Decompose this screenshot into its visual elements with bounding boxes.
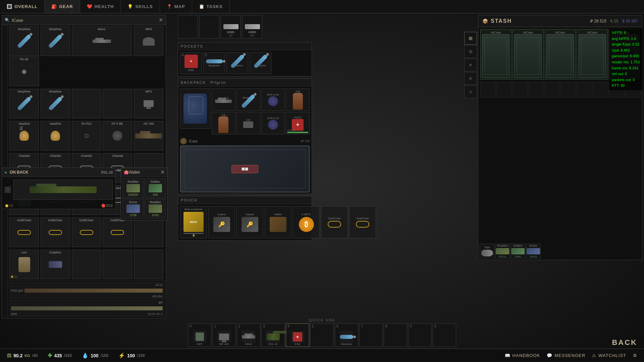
quick-slot-0[interactable]: 0 <box>433 323 456 347</box>
stash-cell-1[interactable] <box>480 82 496 98</box>
tab-map[interactable]: 📍 MAP <box>160 0 192 13</box>
stash-cell-7[interactable] <box>577 82 592 98</box>
item-empty-7[interactable] <box>103 250 132 279</box>
bp-pix42[interactable]: PIX42 + 220/220 <box>286 112 310 134</box>
wallet-dollars[interactable]: Dollars 509 <box>145 178 166 198</box>
quick-slot-5[interactable]: 5 <box>310 323 334 347</box>
pouch-keybar-1[interactable]: Keybar 🔑 <box>208 206 235 238</box>
bp-morphine[interactable]: Morphine <box>236 88 260 111</box>
m995-slot-2[interactable]: M995 60 <box>242 15 262 39</box>
item-vaseline-1[interactable]: Vaseline <box>9 121 39 150</box>
wcase-1[interactable]: WCase <box>480 29 512 79</box>
pocket-4[interactable]: 4 + IFAK <box>180 52 202 74</box>
item-vaseline-2[interactable]: Vaseline <box>41 121 70 150</box>
watchlist-button[interactable]: ⚠ WATCHLIST <box>592 353 626 358</box>
quick-slot-4[interactable]: 4 + IFAK <box>286 323 309 347</box>
quick-slot-3[interactable]: 3 DVL-10 <box>261 323 285 347</box>
item-m4a1[interactable]: M4A1 <box>72 26 132 56</box>
pocket-morphine-3[interactable]: Morphine <box>250 52 271 74</box>
quick-slot-8[interactable]: 8 <box>384 323 407 347</box>
item-goldchain-1[interactable]: GoldChain <box>9 218 39 247</box>
item-ak74n[interactable]: AK-74N <box>134 121 163 150</box>
item-mps[interactable]: MPS <box>134 89 163 118</box>
stash-cell-6[interactable] <box>561 82 576 98</box>
item-empty-5[interactable] <box>134 218 163 247</box>
bp-opsks[interactable]: OP-SKS <box>212 88 235 111</box>
item-morphine-1[interactable]: Morphine <box>9 26 39 56</box>
tab-overall[interactable]: 🔳 OVERALL <box>0 0 45 13</box>
stash-grid-view-button[interactable]: ⊞ <box>464 32 477 45</box>
stash-action-bottom[interactable]: ≡ <box>464 85 477 98</box>
handbook-button[interactable]: 📖 HANDBOOK <box>505 353 540 358</box>
icase-close-button[interactable]: ✕ <box>159 17 163 23</box>
wallet-euros[interactable]: Euros 2738 <box>122 199 144 219</box>
bp-car[interactable]: Car <box>236 112 260 134</box>
wcase-4[interactable]: WCase <box>577 29 608 79</box>
item-morphine-4[interactable]: Morphine <box>41 89 70 118</box>
stash-cell-3[interactable] <box>513 82 528 98</box>
item-empty-6[interactable] <box>72 250 101 279</box>
stash-roubles-slot[interactable]: Roubles 65515 <box>495 244 510 258</box>
pouch-wallet[interactable]: Wallet <box>265 206 291 238</box>
wallet-roubles-2[interactable]: Roubles 5783 <box>145 199 166 219</box>
wallet-roubles-1[interactable]: Roubles 200000 <box>122 178 144 198</box>
stash-euros-slot[interactable]: Euros 55443 <box>526 244 541 258</box>
settings-button[interactable]: ⚙ <box>633 353 637 358</box>
pouch-keybar-2[interactable]: Keybar 🔑 <box>236 206 263 238</box>
pouch-bitcoin[interactable]: 0.2BTC ₿ <box>293 206 320 238</box>
item-goldchain-3[interactable]: GoldChain <box>72 218 101 247</box>
stash-cell-2[interactable] <box>496 82 512 98</box>
item-mrs[interactable]: MRS <box>134 26 163 56</box>
m995-slot-1[interactable]: M995 12 <box>221 15 241 39</box>
stash-action-4[interactable]: ✕ <box>464 72 477 85</box>
stash-settings-button[interactable]: ⚙ <box>464 45 477 58</box>
quick-slot-v[interactable]: V GDT <box>188 323 211 347</box>
pouch-goldchain-1[interactable]: GoldChain <box>321 206 348 238</box>
tab-gear[interactable]: 🎒 GEAR <box>45 0 80 13</box>
stash-cell-8[interactable] <box>593 82 608 98</box>
pouch-beta-container[interactable]: Beta Container BETA 🔒 <box>180 206 207 238</box>
item-graphics[interactable]: Graphics <box>41 250 70 279</box>
wcase-3[interactable]: WCase <box>545 29 576 79</box>
item-goldchain-2[interactable]: GoldChain <box>41 218 70 247</box>
stash-tool[interactable]: Tool <box>480 244 494 258</box>
bp-exp818-1[interactable]: EXP-8-18 <box>261 88 285 111</box>
stash-dollars-slot[interactable]: Dollars 75997 <box>511 244 525 258</box>
quick-slot-7[interactable]: 7 <box>359 323 383 347</box>
stash-cell-5[interactable] <box>545 82 560 98</box>
item-empty-1[interactable] <box>72 89 101 118</box>
equip-slot-empty-1[interactable] <box>178 15 198 39</box>
item-morphine-3[interactable]: Morphine <box>9 89 39 118</box>
messenger-button[interactable]: 💬 MESSENGER <box>547 353 585 358</box>
item-55fmj[interactable]: 55 FMJ ⬡ <box>72 121 101 150</box>
icase-body[interactable]: ⬜⬜ <box>180 145 310 192</box>
tab-tasks[interactable]: 📋 TASKS <box>192 0 230 13</box>
pouch-goldchain-2[interactable]: GoldChain <box>349 206 376 238</box>
pocket-5[interactable]: 5 Morphine <box>203 52 225 74</box>
wcase-2[interactable]: WCase <box>513 29 544 79</box>
item-lion[interactable]: Lion ⭐ 02 <box>9 250 39 279</box>
quick-slot-1[interactable]: 1 MP-443 <box>212 323 236 347</box>
item-goldchain-4[interactable]: GoldChain <box>103 218 132 247</box>
quick-slot-2[interactable]: 2 M4A1 <box>237 323 260 347</box>
quick-slot-9[interactable]: 9 <box>408 323 432 347</box>
item-empty-8[interactable] <box>134 250 163 279</box>
bp-cat-1[interactable]: Cat <box>286 88 310 111</box>
equip-slot-empty-2[interactable] <box>199 15 219 39</box>
back-button[interactable]: BACK <box>612 338 637 347</box>
dvl-weapon-display[interactable] <box>13 180 113 200</box>
item-pk06[interactable]: PK-06 ◉ <box>9 57 39 86</box>
bp-cat-2[interactable]: Cat <box>212 112 235 134</box>
tab-skills[interactable]: 💡 SKILLS <box>121 0 160 13</box>
tab-health[interactable]: ❤️ HEALTH <box>80 0 121 13</box>
item-empty-2[interactable] <box>103 89 132 118</box>
item-morphine-2[interactable]: Morphine <box>41 26 70 56</box>
pocket-morphine-2[interactable]: Morphine <box>226 52 248 74</box>
quick-slot-6[interactable]: 6 Morphine <box>335 323 358 347</box>
backpack-icon[interactable] <box>180 88 210 129</box>
stash-cell-4[interactable] <box>529 82 544 98</box>
wallet-close-button[interactable]: ✕ <box>160 170 165 175</box>
stash-filter-button[interactable]: ✕ <box>464 59 477 71</box>
item-nt4[interactable]: NT-4 blk. <box>103 121 132 150</box>
bp-exp818-2[interactable]: EXP-8-18 <box>261 112 285 134</box>
